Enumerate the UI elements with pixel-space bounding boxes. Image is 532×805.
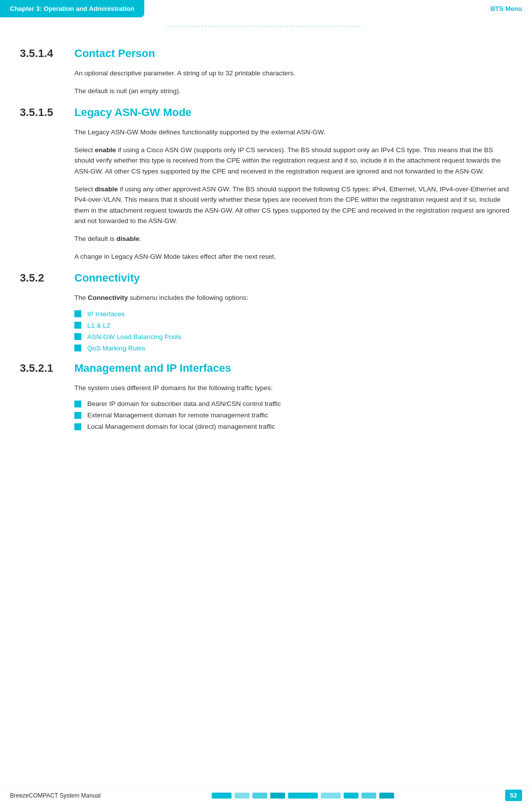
section-3515-number: 3.5.1.5	[20, 106, 74, 119]
list-item: IP Interfaces	[74, 310, 512, 318]
list-item: External Management domain for remote ma…	[74, 411, 512, 419]
footer-bar-1	[212, 793, 232, 799]
section-3514-para2: The default is null (an empty string).	[74, 86, 512, 97]
main-content: 3.5.1.4 Contact Person An optional descr…	[0, 32, 532, 455]
footer-bar-7	[344, 793, 358, 799]
footer-bar-6	[321, 793, 341, 799]
list-item: Local Management domain for local (direc…	[74, 423, 512, 430]
list-item: QoS Marking Rules	[74, 345, 512, 352]
page-footer: BreezeCOMPACT System Manual 52	[0, 785, 532, 805]
section-352-heading: 3.5.2 Connectivity	[20, 272, 512, 285]
footer-bar-2	[235, 793, 249, 799]
dot-divider: ........................................…	[0, 17, 532, 32]
bullet-text: External Management domain for remote ma…	[87, 411, 268, 419]
section-3515-para2: Select enable if using a Cisco ASN GW (s…	[74, 145, 512, 177]
bullet-icon	[74, 412, 81, 419]
footer-bar-3	[252, 793, 267, 799]
section-3515-para1: The Legacy ASN-GW Mode defines functiona…	[74, 127, 512, 138]
section-3521-title: Management and IP Interfaces	[74, 362, 231, 375]
footer-bar-9	[379, 793, 394, 799]
section-3514-title: Contact Person	[74, 47, 155, 60]
page-header: Chapter 3: Operation and Administration …	[0, 0, 532, 17]
section-352-bullets: IP Interfaces L1 & L2 ASN-GW Load Balanc…	[74, 310, 512, 352]
bullet-icon	[74, 322, 81, 329]
bullet-text: Local Management domain for local (direc…	[87, 423, 275, 430]
bullet-icon	[74, 345, 81, 351]
ip-interfaces-link[interactable]: IP Interfaces	[87, 310, 125, 318]
section-3521-heading: 3.5.2.1 Management and IP Interfaces	[20, 362, 512, 375]
page-number: 52	[505, 790, 522, 801]
bullet-icon	[74, 333, 81, 340]
asn-gw-link[interactable]: ASN-GW Load Balancing Pools	[87, 333, 181, 341]
section-3521-para1: The system uses different IP domains for…	[74, 383, 512, 394]
list-item: Bearer IP domain for subscriber data and…	[74, 400, 512, 407]
section-3514-number: 3.5.1.4	[20, 47, 74, 60]
header-section-label: BTS Menu	[480, 0, 532, 17]
section-3515-title: Legacy ASN-GW Mode	[74, 106, 191, 119]
section-3521-number: 3.5.2.1	[20, 362, 74, 375]
footer-bars	[212, 793, 394, 799]
footer-manual-label: BreezeCOMPACT System Manual	[10, 792, 101, 799]
section-3515-para3: Select disable if using any other approv…	[74, 184, 512, 227]
bullet-icon	[74, 310, 81, 317]
bullet-text: Bearer IP domain for subscriber data and…	[87, 400, 281, 407]
section-352-para1: The Connectivity submenu includes the fo…	[74, 292, 512, 303]
list-item: L1 & L2	[74, 322, 512, 329]
footer-bar-4	[270, 793, 285, 799]
section-3514-heading: 3.5.1.4 Contact Person	[20, 47, 512, 60]
section-3514-para1: An optional descriptive parameter. A str…	[74, 68, 512, 79]
section-352-title: Connectivity	[74, 272, 140, 285]
section-3515-para4: The default is disable.	[74, 233, 512, 244]
bullet-icon	[74, 401, 81, 407]
section-3515-para5: A change in Legacy ASN-GW Mode takes eff…	[74, 251, 512, 262]
section-352-number: 3.5.2	[20, 272, 74, 285]
footer-bar-5	[288, 793, 318, 799]
list-item: ASN-GW Load Balancing Pools	[74, 333, 512, 341]
qos-link[interactable]: QoS Marking Rules	[87, 345, 145, 352]
bullet-icon	[74, 423, 81, 430]
footer-bar-8	[361, 793, 376, 799]
section-3515-heading: 3.5.1.5 Legacy ASN-GW Mode	[20, 106, 512, 119]
header-chapter-label: Chapter 3: Operation and Administration	[0, 0, 144, 17]
section-3521-bullets: Bearer IP domain for subscriber data and…	[74, 400, 512, 430]
l1-l2-link[interactable]: L1 & L2	[87, 322, 111, 329]
